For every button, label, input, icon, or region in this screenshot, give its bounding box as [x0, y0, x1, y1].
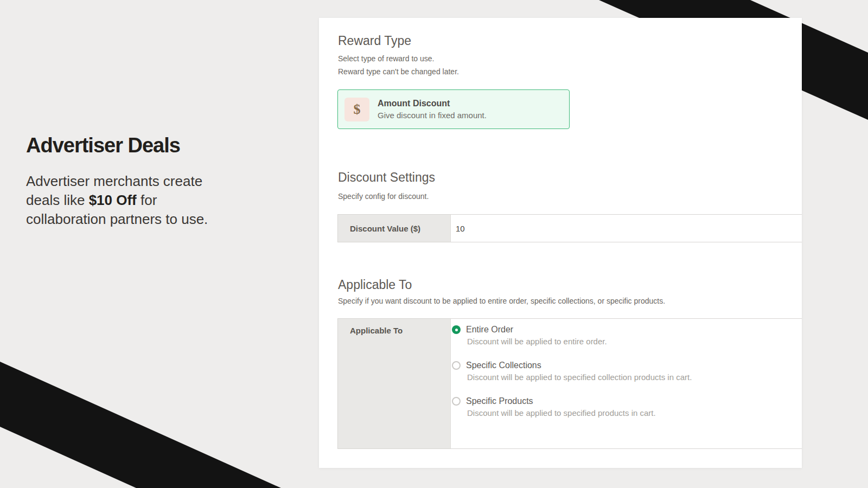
discount-value-input[interactable]: 10: [451, 215, 802, 242]
description-line-1: Advertiser merchants create: [26, 172, 243, 191]
discount-value-row: Discount Value ($) 10: [337, 214, 802, 242]
option-label[interactable]: Specific Products: [466, 396, 656, 406]
option-label[interactable]: Entire Order: [466, 325, 607, 334]
applicable-to-row: Applicable To Entire Order Discount will…: [337, 318, 802, 449]
description-line-2: deals like $10 Off for: [26, 191, 243, 210]
reward-option-amount-discount[interactable]: $ Amount Discount Give discount in fixed…: [337, 89, 570, 129]
radio-unselected-icon[interactable]: [452, 361, 461, 370]
dollar-icon: $: [344, 98, 369, 121]
applicable-to-help: Specify if you want discount to be appli…: [338, 294, 665, 307]
stripe-bottom-left: [0, 362, 281, 488]
applicable-to-label: Applicable To: [338, 319, 451, 448]
reward-type-help-line-1: Select type of reward to use.: [338, 52, 459, 65]
reward-type-heading: Reward Type: [338, 33, 411, 48]
discount-settings-help: Specify config for discount.: [338, 190, 429, 203]
option-description: Discount will be applied to entire order…: [467, 337, 607, 346]
option-entire-order[interactable]: Entire Order Discount will be applied to…: [452, 325, 802, 346]
reward-type-help: Select type of reward to use. Reward typ…: [338, 52, 459, 78]
form-card: Reward Type Select type of reward to use…: [319, 18, 802, 468]
reward-option-title: Amount Discount: [378, 99, 487, 108]
applicable-to-options: Entire Order Discount will be applied to…: [451, 319, 802, 448]
reward-option-description: Give discount in fixed amount.: [378, 111, 487, 120]
option-label[interactable]: Specific Collections: [466, 361, 692, 370]
applicable-to-heading: Applicable To: [338, 277, 412, 292]
option-description: Discount will be applied to specified pr…: [467, 409, 656, 418]
left-panel: Advertiser Deals Advertiser merchants cr…: [26, 133, 243, 229]
discount-settings-heading: Discount Settings: [338, 170, 435, 185]
description-line-3: collaboration partners to use.: [26, 210, 243, 229]
page-description: Advertiser merchants create deals like $…: [26, 172, 243, 229]
reward-type-help-line-2: Reward type can't be changed later.: [338, 65, 459, 78]
option-specific-collections[interactable]: Specific Collections Discount will be ap…: [452, 361, 802, 382]
page-title: Advertiser Deals: [26, 133, 243, 157]
radio-selected-icon[interactable]: [452, 325, 461, 334]
option-description: Discount will be applied to specified co…: [467, 373, 692, 382]
radio-unselected-icon[interactable]: [452, 397, 461, 406]
discount-value-label: Discount Value ($): [338, 215, 451, 242]
highlight-10-off: $10 Off: [89, 192, 137, 208]
option-specific-products[interactable]: Specific Products Discount will be appli…: [452, 396, 802, 418]
